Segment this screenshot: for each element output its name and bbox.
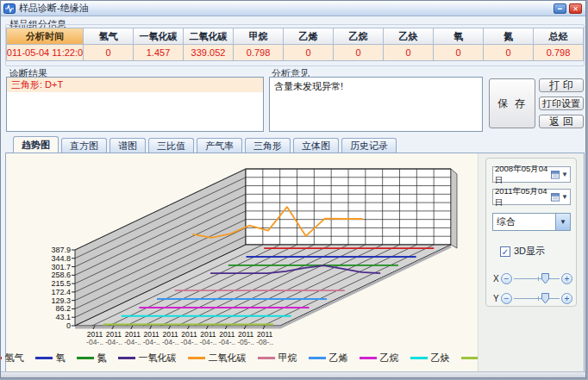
x-slider-thumb[interactable] [541,273,549,284]
svg-text:387.9: 387.9 [51,246,71,254]
tab-三比值[interactable]: 三比值 [148,138,194,153]
print-settings-button[interactable]: 打印设置 [539,97,584,110]
legend-label: 乙烷 [380,352,399,364]
table-cell: 1.457 [134,45,184,61]
tab-三角形[interactable]: 三角形 [245,138,291,153]
svg-text:-04-..: -04-.. [86,338,103,346]
close-button[interactable]: ✕ [569,3,582,14]
window-title: 样品诊断-绝缘油 [19,2,89,15]
legend-item: 一氧化碳 [118,352,177,364]
legend-swatch [188,357,205,359]
x-slider-line [514,278,560,279]
save-button[interactable]: 保 存 [489,78,535,128]
legend-label: 氧 [56,352,66,364]
y-slider-plus-button[interactable]: + [561,293,572,304]
tab-趋势图[interactable]: 趋势图 [13,136,59,153]
column-header: 二氧化碳 [184,28,234,45]
tab-content-panel: 043.186.2129.3172.4215.5258.6301.7344.83… [5,153,585,372]
legend-item: 乙炔 [410,352,450,364]
combobox-value: 综合 [493,215,555,228]
3d-display-label: 3D显示 [514,245,545,258]
diagnosis-result-item[interactable]: 三角形: D+T [7,78,263,92]
table-cell: 0.798 [534,45,584,61]
table-cell: 339.052 [184,45,234,61]
minimize-button[interactable]: ━ [554,3,566,14]
x-slider-label: X [493,274,501,283]
column-header: 氢气 [84,28,134,45]
table-cell: 0 [284,45,334,61]
x-slider-minus-button[interactable]: − [501,273,512,284]
calendar-icon [551,170,560,179]
3d-display-option: ✓ 3D显示 [500,245,545,258]
title-bar: 样品诊断-绝缘油 ━ ✕ [1,1,585,16]
legend-item: 乙烷 [360,352,399,364]
svg-text:258.6: 258.6 [51,271,71,279]
trend-chart-area: 043.186.2129.3172.4215.5258.6301.7344.83… [6,153,479,371]
tab-直方图[interactable]: 直方图 [61,138,107,153]
legend-swatch [35,357,53,359]
svg-text:43.1: 43.1 [55,313,71,321]
date-to-value: 2011年05月04日 [495,186,551,209]
column-header: 乙炔 [384,28,434,45]
table-row[interactable]: 2011-05-04 11:22:0501.457339.0520.798000… [7,45,584,61]
column-header: 乙烯 [284,28,334,45]
tab-谱图[interactable]: 谱图 [109,138,146,153]
print-button[interactable]: 打 印 [539,78,584,92]
y-slider-minus-button[interactable]: − [501,293,512,304]
column-header: 总烃 [534,28,584,45]
x-slider-track[interactable] [514,273,560,284]
column-header: 一氧化碳 [134,28,184,45]
opinion-textbox[interactable]: 含量未发现异常! [269,77,483,132]
legend-label: 乙烯 [329,352,348,364]
column-header: 氧 [434,28,484,45]
legend-swatch [77,357,94,359]
legend-label: 乙炔 [431,352,450,364]
svg-text:-04-..: -04-.. [162,338,179,346]
sample-table: 分析时间氢气一氧化碳二氧化碳甲烷乙烯乙烷乙炔氧氮总烃 2011-05-04 11… [6,28,584,61]
svg-text:-04-..: -04-.. [124,338,141,346]
date-from-dropdown-arrow[interactable]: ▼ [561,171,568,178]
legend-item: 乙烯 [309,352,348,364]
tab-产气率[interactable]: 产气率 [197,138,242,153]
legend-swatch [410,357,428,359]
legend-swatch [360,357,377,359]
3d-display-checkbox[interactable]: ✓ [500,246,510,257]
tab-历史记录[interactable]: 历史记录 [341,138,397,153]
table-cell: 0.798 [234,45,284,61]
svg-text:-04-..: -04-.. [181,338,198,346]
date-from-picker[interactable]: 2008年05月04日 ▼ [492,166,571,183]
chart-options-panel: 2008年05月04日 ▼ 2011年05月04日 ▼ [478,153,584,371]
x-rotation-slider-row: X − + [493,271,572,285]
diagnosis-listbox: 三角形: D+T [6,77,264,132]
svg-text:-04-..: -04-.. [218,338,235,346]
svg-text:86.2: 86.2 [55,304,71,313]
y-slider-thumb[interactable] [541,293,549,304]
svg-text:-08-..: -08-.. [256,338,273,346]
svg-text:215.5: 215.5 [51,279,71,288]
date-to-dropdown-arrow[interactable]: ▼ [561,193,568,201]
chart-legend: 氢气氧氮一氧化碳二氧化碳甲烷乙烯乙烷乙炔总烃 [15,352,470,364]
y-slider-track[interactable] [514,293,560,304]
back-button[interactable]: 返 回 [539,115,584,128]
tab-bar: 趋势图直方图谱图三比值产气率三角形立体图历史记录 [5,136,585,153]
legend-item: 氢气 [0,352,24,364]
x-slider-plus-button[interactable]: + [561,273,572,284]
column-header: 分析时间 [7,28,84,45]
legend-swatch [309,357,326,359]
date-from-value: 2008年05月04日 [495,164,551,186]
legend-label: 一氧化碳 [139,352,177,364]
chart-options-groupbox: 2008年05月04日 ▼ 2011年05月04日 ▼ [485,158,577,307]
legend-item: 氧 [35,352,66,364]
tab-立体图[interactable]: 立体图 [293,138,339,153]
view-mode-combobox[interactable]: 综合 ▼ [492,213,571,231]
table-cell: 0 [434,45,484,61]
svg-text:172.4: 172.4 [51,288,71,296]
combobox-dropdown-button[interactable]: ▼ [555,214,570,230]
legend-label: 甲烷 [278,352,297,364]
date-to-picker[interactable]: 2011年05月04日 ▼ [492,189,571,205]
y-slider-tick [538,296,539,301]
column-header: 氮 [484,28,534,45]
legend-swatch [461,357,479,359]
table-cell: 0 [334,45,384,61]
y-slider-line [514,298,560,299]
